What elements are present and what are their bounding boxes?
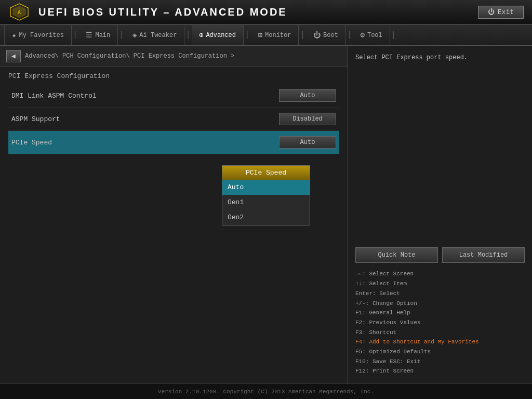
tool-icon: ⚙ — [361, 31, 365, 39]
title-bar: A UEFI BIOS UTILITY – ADVANCED MODE ⏻ Ex… — [0, 0, 532, 25]
section-title: PCI Express Configuration — [0, 67, 348, 84]
setting-label-pcie: PCIe Speed — [11, 139, 279, 147]
dropdown-option-gen1[interactable]: Gen1 — [222, 195, 310, 210]
setting-label-dmi: DMI Link ASPM Control — [11, 92, 279, 100]
breadcrumb: ◀ Advanced\ PCH Configuration\ PCI Expre… — [0, 46, 348, 67]
nav-item-favorites[interactable]: ★ My Favorites — [4, 25, 72, 45]
logo: A — [8, 3, 30, 21]
setting-row-aspm[interactable]: ASPM Support Disabled — [8, 108, 339, 131]
power-icon: ⏻ — [488, 8, 495, 16]
right-panel: Select PCI Express port speed. Quick Not… — [348, 46, 532, 383]
svg-text:A: A — [18, 10, 21, 16]
menu-icon: ☰ — [86, 31, 92, 39]
last-modified-button[interactable]: Last Modified — [442, 247, 525, 263]
boot-icon: ⏻ — [313, 31, 321, 39]
shortcut-enter: Enter: Select — [355, 289, 525, 299]
quick-note-button[interactable]: Quick Note — [355, 247, 438, 263]
shortcuts: →←: Select Screen ↑↓: Select Item Enter:… — [355, 269, 525, 376]
setting-row-pcie[interactable]: PCIe Speed Auto — [8, 131, 339, 154]
dropdown-title: PCIe Speed — [222, 166, 310, 180]
breadcrumb-text: Advanced\ PCH Configuration\ PCI Express… — [25, 52, 234, 60]
help-text: Select PCI Express port speed. — [355, 53, 525, 247]
bottom-bar: Version 2.10.1208. Copyright (C) 2013 Am… — [0, 383, 532, 399]
action-buttons: Quick Note Last Modified — [355, 247, 525, 263]
dropdown-options: Auto Gen1 Gen2 — [222, 180, 310, 225]
setting-label-aspm: ASPM Support — [11, 115, 279, 123]
tweaker-icon: ◈ — [132, 31, 137, 39]
shortcut-updown: ↑↓: Select Item — [355, 279, 525, 289]
star-icon: ★ — [12, 31, 16, 39]
setting-row-dmi[interactable]: DMI Link ASPM Control Auto — [8, 84, 339, 108]
nav-bar: ★ My Favorites | ☰ Main | ◈ Ai Tweaker |… — [0, 25, 532, 46]
exit-label: Exit — [498, 8, 514, 16]
version-text: Version 2.10.1208. Copyright (C) 2013 Am… — [158, 389, 374, 395]
dropdown-option-gen2[interactable]: Gen2 — [222, 210, 310, 225]
shortcut-f1: F1: General Help — [355, 308, 525, 318]
exit-button[interactable]: ⏻ Exit — [478, 6, 524, 19]
shortcut-f3: F3: Shortcut — [355, 328, 525, 338]
nav-item-boot[interactable]: ⏻ Boot — [306, 25, 346, 45]
shortcut-f2: F2: Previous Values — [355, 318, 525, 328]
nav-item-advanced[interactable]: ⊕ Advanced — [192, 25, 244, 45]
shortcut-plusminus: +/-: Change Option — [355, 299, 525, 309]
setting-value-aspm[interactable]: Disabled — [279, 113, 336, 125]
nav-item-main[interactable]: ☰ Main — [78, 25, 118, 45]
nav-item-monitor[interactable]: ⊞ Monitor — [251, 25, 299, 45]
advanced-icon: ⊕ — [199, 31, 203, 39]
shortcut-f5: F5: Optimized Defaults — [355, 347, 525, 357]
nav-item-ai-tweaker[interactable]: ◈ Ai Tweaker — [125, 25, 184, 45]
shortcut-f4: F4: Add to Shortcut and My Favorites — [355, 337, 525, 347]
nav-item-tool[interactable]: ⚙ Tool — [353, 25, 390, 45]
page-title: UEFI BIOS UTILITY – ADVANCED MODE — [38, 6, 287, 18]
dropdown-option-auto[interactable]: Auto — [222, 180, 310, 195]
shortcut-f10: F10: Save ESC: Exit — [355, 357, 525, 367]
settings-list: DMI Link ASPM Control Auto ASPM Support … — [0, 84, 348, 383]
setting-value-dmi[interactable]: Auto — [279, 89, 336, 102]
shortcut-f12: F12: Print Screen — [355, 366, 525, 376]
dropdown-popup: PCIe Speed Auto Gen1 Gen2 — [222, 165, 310, 225]
shortcut-arrows: →←: Select Screen — [355, 269, 525, 279]
setting-value-pcie[interactable]: Auto — [279, 136, 336, 149]
monitor-icon: ⊞ — [258, 31, 262, 39]
back-button[interactable]: ◀ — [6, 50, 21, 62]
